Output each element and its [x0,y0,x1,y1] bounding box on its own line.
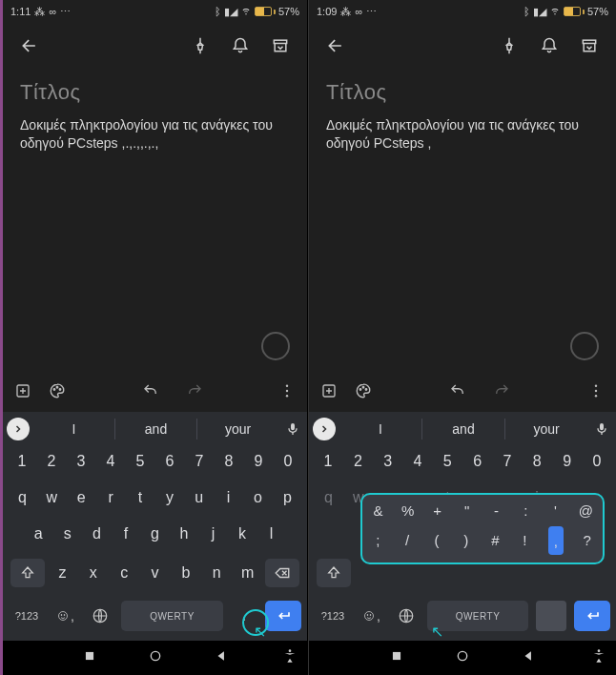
popup-at[interactable]: @ [579,502,593,519]
suggestion-1[interactable]: I [339,421,421,437]
emoji-key[interactable]: , [52,601,79,631]
redo-icon[interactable] [186,382,203,403]
symbols-key[interactable]: ?123 [315,601,351,631]
key-s[interactable]: s [53,522,81,545]
popup-squote[interactable]: ' [549,502,562,519]
key-a[interactable]: a [25,522,52,545]
note-area[interactable]: Τίτλος Δοκιμές πληκτρολογίου για τις ανά… [309,69,616,374]
accessibility-icon[interactable] [591,648,606,667]
key-5[interactable]: 5 [434,450,461,473]
key-3[interactable]: 3 [375,450,401,473]
key-f[interactable]: f [112,522,139,545]
key-b[interactable]: b [173,562,199,584]
enter-key[interactable] [265,601,301,631]
reminder-icon[interactable] [534,31,565,61]
key-6[interactable]: 6 [464,450,491,473]
key-9[interactable]: 9 [554,450,581,473]
suggestion-1[interactable]: I [33,421,114,437]
nav-home[interactable] [148,648,163,667]
key-j[interactable]: j [199,522,227,545]
undo-icon[interactable] [449,382,466,403]
key-h[interactable]: h [171,522,198,545]
undo-icon[interactable] [142,382,159,403]
key-p[interactable]: p [274,486,301,509]
suggestion-2[interactable]: and [115,421,196,437]
expand-icon[interactable] [313,418,336,440]
key-m[interactable]: m [235,562,261,584]
key-7[interactable]: 7 [186,450,213,473]
popup-hash[interactable]: # [489,532,502,555]
key-q[interactable]: q [9,486,36,509]
nav-recent[interactable] [83,649,96,666]
popup-dash[interactable]: - [490,502,503,519]
redo-icon[interactable] [493,382,510,403]
popup-rparen[interactable]: ) [460,532,472,555]
accessibility-icon[interactable] [282,648,298,667]
expand-icon[interactable] [7,418,30,440]
palette-icon[interactable] [49,382,66,403]
popup-qmark[interactable]: ? [581,532,593,555]
key-0[interactable]: 0 [584,450,610,473]
emoji-key[interactable]: , [359,601,385,631]
popup-pct[interactable]: % [401,502,414,519]
key-1[interactable]: 1 [9,450,35,473]
key-w[interactable]: w [38,486,66,509]
mic-icon[interactable] [587,421,616,437]
key-7[interactable]: 7 [494,450,521,473]
suggestion-3[interactable]: your [197,421,278,437]
key-d[interactable]: d [83,522,111,545]
key-6[interactable]: 6 [156,450,183,473]
key-l[interactable]: l [257,522,285,545]
pin-icon[interactable] [185,31,216,61]
key-n[interactable]: n [203,562,230,584]
language-key[interactable] [393,601,420,631]
nav-home[interactable] [455,648,470,667]
popup-slash[interactable]: / [401,532,414,555]
popup-colon[interactable]: : [520,502,532,519]
key-8[interactable]: 8 [524,450,550,473]
add-box-icon[interactable] [320,382,338,403]
space-key[interactable]: QWERTY [427,601,528,631]
key-5[interactable]: 5 [127,450,154,473]
back-button[interactable] [320,31,351,61]
key-e[interactable]: e [68,486,95,509]
key-q[interactable]: q [315,486,342,509]
key-y[interactable]: y [155,486,183,509]
add-box-icon[interactable] [14,382,31,403]
note-area[interactable]: Τίτλος Δοκιμές πληκτρολογίου για τις ανά… [3,69,307,374]
key-z[interactable]: z [49,562,75,584]
symbol-popup[interactable]: & % + " - : ' @ ; / ( ) # ! , ? [360,493,605,564]
key-4[interactable]: 4 [404,450,431,473]
popup-comma-selected[interactable]: , [548,526,565,555]
suggestion-3[interactable]: your [505,421,587,437]
nav-recent[interactable] [390,649,403,666]
shift-key[interactable] [10,559,45,587]
popup-amp[interactable]: & [372,502,384,519]
key-9[interactable]: 9 [245,450,272,473]
nav-back[interactable] [215,649,228,666]
archive-icon[interactable] [265,31,296,61]
nav-back[interactable] [522,649,535,666]
suggestion-2[interactable]: and [422,421,504,437]
backspace-key[interactable] [265,559,299,587]
space-key[interactable]: QWERTY [121,601,223,631]
pin-icon[interactable] [494,31,524,61]
key-4[interactable]: 4 [97,450,124,473]
key-v[interactable]: v [142,562,169,584]
popup-semi[interactable]: ; [372,532,384,555]
language-key[interactable] [87,601,113,631]
back-button[interactable] [14,31,45,61]
key-3[interactable]: 3 [68,450,94,473]
popup-lparen[interactable]: ( [431,532,443,555]
note-title[interactable]: Τίτλος [326,80,599,105]
key-i[interactable]: i [215,486,242,509]
note-title[interactable]: Τίτλος [20,80,290,105]
key-c[interactable]: c [111,562,137,584]
key-o[interactable]: o [244,486,272,509]
key-k[interactable]: k [229,522,257,545]
key-g[interactable]: g [141,522,169,545]
popup-dquote[interactable]: " [461,502,473,519]
period-key[interactable] [536,601,566,631]
archive-icon[interactable] [574,31,605,61]
key-t[interactable]: t [127,486,154,509]
